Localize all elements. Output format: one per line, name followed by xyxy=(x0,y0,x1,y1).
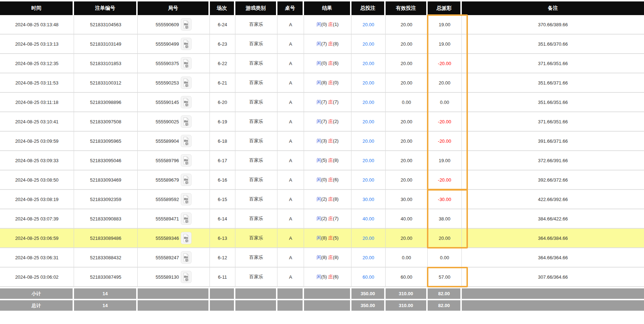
video-replay-icon[interactable] xyxy=(181,96,192,108)
banker-label: 庄 xyxy=(328,255,333,260)
round-id-cell: 555589679 xyxy=(138,170,210,190)
table-no-cell: A xyxy=(277,190,304,209)
round-id-wrap: 555589471 xyxy=(156,213,192,225)
video-replay-icon[interactable] xyxy=(181,77,192,89)
game-type-cell: 百家乐 xyxy=(235,35,277,54)
total-bet-cell: 30.00 xyxy=(351,190,386,209)
round-id-wrap: 555590145 xyxy=(156,96,192,108)
round-id-cell: 555589346 xyxy=(138,229,210,248)
round-id-cell: 555590145 xyxy=(138,93,210,112)
total-bet-cell: 20.00 xyxy=(351,170,386,190)
round-id-wrap: 555590025 xyxy=(156,115,192,128)
table-no-cell: A xyxy=(277,73,304,93)
banker-label: 庄 xyxy=(328,196,333,202)
player-points: (0) xyxy=(321,177,327,182)
player-label: 闲 xyxy=(317,138,321,143)
time-cell: 2024-08-25 03:06:31 xyxy=(0,248,74,268)
table-row: 2024-08-25 03:06:59521833089486555589346… xyxy=(0,229,644,248)
player-label: 闲 xyxy=(317,255,321,260)
session-cell: 6-15 xyxy=(210,190,235,209)
total-payout-cell: 19.00 xyxy=(428,35,462,54)
grandtotal-row: 总计14350.00310.0082.00 xyxy=(0,299,644,311)
remark-cell: 422.66/392.66 xyxy=(462,190,644,209)
valid-bet-cell: 20.00 xyxy=(386,54,428,73)
round-id-text: 555589130 xyxy=(156,274,179,280)
game-type-cell: 百家乐 xyxy=(235,209,277,229)
totals-table-cell xyxy=(277,287,304,299)
table-row: 2024-08-25 03:13:13521833103149555590499… xyxy=(0,35,644,54)
video-replay-icon[interactable] xyxy=(181,115,192,128)
video-replay-icon[interactable] xyxy=(181,193,192,205)
round-id-wrap: 555589904 xyxy=(156,135,192,147)
player-points: (5) xyxy=(321,274,327,279)
video-replay-icon[interactable] xyxy=(181,135,192,147)
col-header-result: 结果 xyxy=(304,1,351,15)
col-header-valid-bet: 有效投注 xyxy=(386,1,428,15)
table-no-cell: A xyxy=(277,151,304,170)
video-replay-icon[interactable] xyxy=(181,271,192,283)
player-label: 闲 xyxy=(317,119,321,124)
totals-session-cell xyxy=(210,299,235,311)
total-bet-cell: 20.00 xyxy=(351,151,386,170)
banker-points: (6) xyxy=(333,274,339,279)
table-row: 2024-08-25 03:08:19521833092359555589592… xyxy=(0,190,644,209)
totals-remark-cell xyxy=(462,287,644,299)
video-replay-icon[interactable] xyxy=(181,232,192,244)
valid-bet-cell: 20.00 xyxy=(386,73,428,93)
remark-cell: 351.66/370.66 xyxy=(462,35,644,54)
time-cell: 2024-08-25 03:06:59 xyxy=(0,229,74,248)
total-payout-cell: -20.00 xyxy=(428,170,462,190)
game-type-cell: 百家乐 xyxy=(235,73,277,93)
table-row: 2024-08-25 03:06:31521833088432555589247… xyxy=(0,248,644,268)
table-row: 2024-08-25 03:07:39521833090883555589471… xyxy=(0,209,644,229)
bet-id-cell: 521833097508 xyxy=(74,112,138,132)
total-bet-cell: 20.00 xyxy=(351,73,386,93)
round-id-cell: 555589471 xyxy=(138,209,210,229)
total-bet-cell: 20.00 xyxy=(351,112,386,132)
player-label: 闲 xyxy=(317,177,321,182)
table-no-cell: A xyxy=(277,209,304,229)
video-replay-icon[interactable] xyxy=(181,213,192,225)
game-type-cell: 百家乐 xyxy=(235,248,277,268)
video-replay-icon[interactable] xyxy=(181,174,192,186)
banker-label: 庄 xyxy=(328,22,333,27)
player-label: 闲 xyxy=(317,41,321,46)
time-cell: 2024-08-25 03:09:59 xyxy=(0,132,74,151)
table-no-cell: A xyxy=(277,112,304,132)
time-cell: 2024-08-25 03:10:41 xyxy=(0,112,74,132)
result-cell: 闲(8) 庄(0) xyxy=(304,73,351,93)
banker-label: 庄 xyxy=(328,41,333,46)
total-payout-cell: 20.00 xyxy=(428,73,462,93)
remark-cell: 364.66/384.66 xyxy=(462,229,644,248)
totals-total-bet-cell: 350.00 xyxy=(351,299,386,311)
total-payout-cell: -20.00 xyxy=(428,132,462,151)
totals-valid-bet-cell: 310.00 xyxy=(386,299,428,311)
round-id-text: 555590499 xyxy=(156,41,179,47)
player-label: 闲 xyxy=(317,60,321,66)
bet-id-cell: 521833087495 xyxy=(74,268,138,287)
video-replay-icon[interactable] xyxy=(181,57,192,69)
bet-id-cell: 521833095965 xyxy=(74,132,138,151)
valid-bet-cell: 40.00 xyxy=(386,209,428,229)
video-replay-icon[interactable] xyxy=(181,154,192,166)
video-replay-icon[interactable] xyxy=(181,38,192,50)
col-header-total-bet: 总投注 xyxy=(351,1,386,15)
player-label: 闲 xyxy=(317,196,321,202)
video-replay-icon[interactable] xyxy=(181,18,192,31)
time-cell: 2024-08-25 03:11:18 xyxy=(0,93,74,112)
totals-total-bet-cell: 350.00 xyxy=(351,287,386,299)
remark-cell: 364.66/364.66 xyxy=(462,248,644,268)
round-id-text: 555589247 xyxy=(156,255,179,260)
game-type-cell: 百家乐 xyxy=(235,15,277,35)
table-no-cell: A xyxy=(277,132,304,151)
totals-label-cell: 小计 xyxy=(0,287,74,299)
player-label: 闲 xyxy=(317,274,321,279)
result-cell: 闲(7) 庄(7) xyxy=(304,93,351,112)
round-id-wrap: 555590609 xyxy=(156,18,192,31)
time-cell: 2024-08-25 03:12:35 xyxy=(0,54,74,73)
table-no-cell: A xyxy=(277,93,304,112)
table-no-cell: A xyxy=(277,268,304,287)
video-replay-icon[interactable] xyxy=(181,251,192,264)
total-payout-cell: 0.00 xyxy=(428,93,462,112)
total-payout-cell: 57.00 xyxy=(428,268,462,287)
